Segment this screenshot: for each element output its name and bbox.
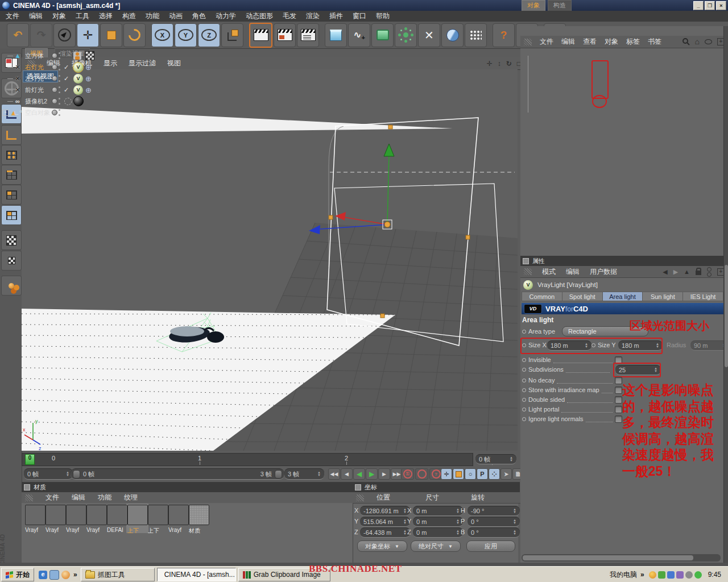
menu-functions[interactable]: 功能 (146, 11, 159, 21)
panel-chip-icon[interactable] (355, 484, 361, 490)
panel-chip-icon[interactable] (24, 484, 30, 490)
object-row-front-light[interactable]: ✕ 前灯光 ✓ V ⊕ (1, 84, 206, 95)
add-particles-button[interactable] (465, 23, 487, 47)
animation-mode-button[interactable] (1, 276, 22, 296)
range-left-knob[interactable] (73, 470, 80, 479)
anim-dot-icon[interactable] (522, 388, 526, 392)
enable-dots[interactable] (59, 86, 60, 93)
material-item[interactable]: Vrayf (66, 505, 86, 525)
crosshair-tag-icon[interactable] (64, 98, 72, 105)
model-mode-button[interactable] (1, 125, 22, 145)
anim-dot-icon[interactable] (522, 398, 526, 402)
vray-tag-icon[interactable]: V (73, 74, 83, 84)
no-decay-checkbox[interactable] (615, 377, 622, 384)
pos-x-field[interactable]: -1280.691 m▲▼ (360, 506, 410, 516)
add-deformer-button[interactable]: ✕ (418, 23, 440, 47)
scrollbar-thumb[interactable] (725, 265, 728, 367)
size-x-input[interactable]: 180 m▲▼ (547, 340, 592, 351)
parent-up-icon[interactable]: ▲ (684, 268, 690, 275)
point-mode-button[interactable] (1, 145, 22, 165)
eye-icon[interactable] (705, 39, 712, 44)
texture-axis-mode-button[interactable] (1, 251, 22, 271)
lock-x-axis-button[interactable]: X (151, 23, 173, 47)
mat-menu-texture[interactable]: 纹理 (124, 493, 138, 502)
enabled-check-icon[interactable]: ✓ (64, 75, 69, 82)
subdivisions-input[interactable]: 25▲▼ (615, 365, 661, 375)
menu-render[interactable]: 渲染 (306, 11, 320, 21)
undo-button[interactable]: ↶ (7, 23, 29, 47)
task-cinema4d[interactable]: CINEMA 4D - [asmsh... (157, 568, 236, 581)
pos-y-field[interactable]: 515.064 m▲▼ (360, 517, 410, 527)
tray-icon-4[interactable] (676, 571, 684, 579)
menu-help[interactable]: 帮助 (376, 11, 390, 21)
mat-menu-edit[interactable]: 编辑 (72, 493, 85, 502)
object-axis-mode-button[interactable] (1, 205, 22, 225)
chevron-icon[interactable]: » (640, 571, 644, 579)
om-menu-objects[interactable]: 对象 (605, 37, 618, 47)
visibility-dot[interactable] (52, 87, 57, 93)
scale-tool-button[interactable] (100, 23, 122, 47)
size-y-field[interactable]: 0 m▲▼ (413, 517, 463, 527)
key-pla-toggle[interactable]: ⁘ (489, 468, 500, 480)
quicklaunch-browser-icon[interactable]: e (39, 571, 47, 579)
history-back-icon[interactable]: ◀ (663, 268, 667, 276)
menu-file[interactable]: 文件 (6, 11, 19, 21)
search-icon[interactable] (682, 38, 690, 45)
enable-dots[interactable] (59, 98, 60, 105)
key-position-toggle[interactable]: ✛ (441, 468, 452, 480)
pos-z-field[interactable]: -64.438 m▲▼ (360, 527, 410, 538)
coordinate-system-button[interactable] (221, 23, 243, 47)
key-scale-toggle[interactable] (453, 468, 464, 480)
timeline-ruler[interactable]: 0 0 1 2 3 (22, 453, 473, 466)
dolly-view-icon[interactable]: ↕ (498, 60, 501, 68)
rotate-tool-button[interactable] (123, 23, 146, 47)
help-button[interactable]: ? (493, 23, 515, 47)
autokey-button[interactable] (415, 468, 428, 480)
live-selection-button[interactable] (53, 23, 76, 47)
texture-mode-button[interactable] (1, 230, 22, 250)
tab-sun-light[interactable]: Sun light (643, 292, 683, 301)
material-item[interactable]: DEFAI (107, 505, 127, 525)
object-row-cube[interactable]: ▲ 立方体 (1, 50, 206, 61)
enable-dots[interactable] (59, 109, 60, 116)
anim-dot-icon[interactable] (522, 368, 526, 372)
add-cube-button[interactable] (325, 23, 347, 47)
phong-tag-icon[interactable] (73, 52, 81, 60)
store-irradiance-checkbox[interactable] (615, 386, 622, 394)
size-z-field[interactable]: 0 m▲▼ (413, 527, 463, 538)
snapshot-icon[interactable] (707, 267, 712, 277)
enabled-check-icon[interactable]: ✓ (64, 86, 69, 94)
add-environment-button[interactable] (441, 23, 464, 47)
current-frame-spinner[interactable]: 0 帧▲▼ (24, 468, 73, 480)
material-item[interactable]: Vrayf (46, 505, 66, 525)
add-spline-button[interactable]: ∿+ (348, 23, 370, 47)
menu-dynamics[interactable]: 动力学 (216, 11, 236, 21)
move-tool-button[interactable]: ✛ (77, 23, 99, 47)
attr-menu-mode[interactable]: 模式 (542, 267, 556, 277)
restore-button[interactable]: ❐ (705, 1, 715, 10)
render-view-button[interactable] (249, 23, 272, 48)
visibility-dot[interactable] (52, 98, 57, 104)
rot-h-field[interactable]: -90 °▲▼ (468, 506, 520, 516)
polygon-mode-button[interactable] (1, 185, 22, 205)
lock-z-axis-button[interactable]: Z (198, 23, 220, 47)
add-hypernurbs-button[interactable] (371, 23, 394, 47)
home-icon[interactable]: ⌂ (695, 37, 700, 46)
coordinate-mode-select[interactable]: 对象坐标▼ (357, 541, 407, 552)
menu-objects[interactable]: 对象 (52, 11, 66, 21)
tab-structure[interactable]: 构造 (548, 0, 572, 11)
object-row-left-light[interactable]: ✕ 左灯光 ✓ V ⊕ (1, 73, 206, 84)
om-menu-view[interactable]: 查看 (583, 37, 597, 47)
size-mode-select[interactable]: 绝对尺寸▼ (411, 541, 461, 552)
stepper-icon[interactable]: ▲▼ (507, 456, 513, 462)
stepper-icon[interactable]: ▲▼ (315, 471, 321, 477)
mat-menu-function[interactable]: 功能 (98, 493, 111, 502)
minimize-button[interactable]: _ (693, 1, 704, 10)
vray-tag-icon[interactable]: V (73, 63, 83, 72)
apply-button[interactable]: 应用 (466, 541, 515, 552)
play-forward-button[interactable]: ▶ (366, 468, 378, 480)
target-tag-icon[interactable]: ⊕ (85, 74, 92, 83)
frame-spinner[interactable]: 0 帧▲▼ (475, 454, 516, 464)
pan-view-icon[interactable]: ✛ (487, 60, 493, 68)
object-row-right-light[interactable]: ✕ 右灯光 ✓ V ⊕ (1, 61, 206, 73)
